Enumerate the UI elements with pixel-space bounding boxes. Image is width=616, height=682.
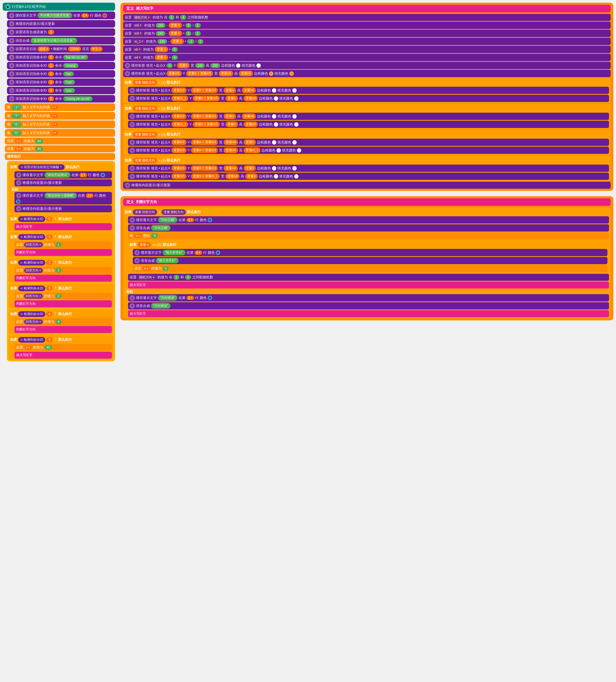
ed1-row[interactable]: 2 bbox=[86, 194, 94, 198]
set-answer-3: 设置 回答方向 的值为 3 bbox=[15, 293, 112, 299]
n-5-var[interactable]: n bbox=[142, 266, 150, 271]
then-display-1: ⊙ 缓存显示文字 "请说开始测试" 在第 2 行 颜色 bbox=[15, 171, 112, 179]
var-m3[interactable]: m3 bbox=[133, 31, 143, 36]
var-n4[interactable]: n4 bbox=[133, 55, 142, 60]
answer-val-2: 2 bbox=[55, 268, 62, 273]
answer-var: 变量 回答方向 bbox=[133, 209, 157, 215]
icon-d3r2: ⊙ bbox=[130, 174, 135, 179]
cr-outer-fill bbox=[289, 71, 294, 76]
set-answer-1: 设置 回答方向 的值为 1 bbox=[15, 241, 112, 248]
block-cmd-1: ⊙ 添加语音识别命令ID 1 命令 "shang" bbox=[7, 62, 115, 69]
random-var: 变量 随机方向 bbox=[161, 209, 186, 215]
cr-outer-y: 变量h + 变量m5 bbox=[186, 71, 213, 76]
m5-var-n: 变量 n bbox=[169, 22, 182, 28]
rand-from: 1 bbox=[169, 15, 175, 20]
color-wrong bbox=[208, 296, 212, 300]
row-1[interactable]: 1 bbox=[82, 14, 89, 18]
block-cmd-3: ⊙ 添加语音识别命令ID 3 命令 "zuo" bbox=[7, 78, 115, 86]
if-n-lte5: 如果 变量 n <= (5) 那么执行 ⊙ 缓存显示文字 "视力非常好" 在第 bbox=[128, 240, 609, 273]
ed1-text: "请说你好小霞唤醒" bbox=[44, 193, 77, 198]
rand-from-2: 1 bbox=[174, 275, 180, 280]
program-start-block: ▶ 行空板K10主程序开始 bbox=[3, 3, 115, 11]
lang[interactable]: 中文 bbox=[90, 47, 102, 52]
icon-very-good: ⊙ bbox=[134, 250, 140, 255]
if-cmd1-block: 如果 ⊙ 检测到命令ID 1 ？ 那么执行 设置 回答方向 的值为 1 判断E字… bbox=[8, 232, 114, 257]
block-cmd-4: ⊙ 添加语音识别命令ID 4 命令 "you" bbox=[7, 87, 115, 94]
cr-outer-h: 变量n5 bbox=[239, 71, 253, 76]
if-cmd5-block: 如果 ⊙ 检测到命令ID 5 ？ 那么执行 设置 n 的值为 40 画大写E字 bbox=[8, 335, 114, 360]
n-cond: 变量 n bbox=[138, 242, 151, 248]
if-dir3-header: 如果 变量 随机方向 = (3) 那么执行 bbox=[125, 157, 609, 164]
list-val-down: "下" bbox=[12, 113, 21, 119]
rand-to-2: 4 bbox=[185, 275, 191, 280]
answer-val-1: 1 bbox=[55, 242, 62, 247]
dir4-cond: 变量 随机方向 bbox=[133, 132, 157, 137]
icon-cmd-1: ⊙ bbox=[9, 63, 15, 68]
if-cmd2-block: 如果 ⊙ 检测到命令ID 2 ？ 那么执行 设置 回答方向 的值为 2 判断E字… bbox=[8, 258, 114, 283]
n-increase: 将 n 增加 -5 bbox=[128, 232, 609, 239]
icon-synth-1: ⊙ bbox=[9, 38, 15, 43]
set-m5: 设置 m5 的值为 240 - 变量 n • 5 / 2 bbox=[123, 22, 611, 29]
var-random-again[interactable]: 随机方向 bbox=[138, 275, 156, 280]
block-set-h: 设置 h 的值为 80 bbox=[5, 138, 115, 144]
correct-row[interactable]: 3 bbox=[187, 218, 195, 222]
very-good-row[interactable]: 3 bbox=[195, 251, 202, 255]
left-panel: ▶ 行空板K10主程序开始 ⊙ 缓存显示文字 "K10视力仪版语音版" 在第 1… bbox=[3, 3, 115, 361]
td1-row[interactable]: 2 bbox=[79, 173, 87, 177]
var-n-reset[interactable]: n bbox=[24, 345, 32, 349]
var-answer-3[interactable]: 回答方向 bbox=[24, 294, 43, 299]
set-n4: 设置 n4 的值为 变量 n • 4 bbox=[123, 54, 611, 61]
synth-very-good: ⊙ 语音合成 "视力非常好" bbox=[133, 257, 608, 264]
var-answer-1[interactable]: 回答方向 bbox=[24, 242, 43, 247]
list-mode-up[interactable]: • bbox=[51, 105, 58, 110]
cmd-id-0: 0 bbox=[48, 55, 54, 60]
var-m1[interactable]: m_1 bbox=[133, 39, 145, 44]
var-n[interactable]: n bbox=[15, 147, 23, 151]
synth-text-1: "欢迎使用"K10视力仪语音版"" bbox=[30, 38, 77, 43]
if-dir1-block: 如果 变量 随机方向 = (1) 那么执行 ⊙ 缓存矩形 填充 • 起点X 变量… bbox=[123, 78, 611, 103]
icon-cmd-4: ⊙ bbox=[9, 88, 15, 93]
n-reset-val: 40 bbox=[44, 345, 52, 350]
cmd-id-4: 4 bbox=[48, 88, 54, 93]
var-n5[interactable]: n5 bbox=[133, 47, 142, 52]
list-mode-left[interactable]: • bbox=[51, 122, 58, 127]
var-answer-2[interactable]: 回答方向 bbox=[24, 268, 43, 273]
icon-d2r1: ⊙ bbox=[130, 114, 135, 119]
dir3-cond: 变量 随机方向 bbox=[133, 158, 157, 163]
if-answer-then: ⊙ 缓存显示文字 "方向正确" 在第 3 行 颜色 ⊙ 语音合成 "方向正确" bbox=[128, 216, 609, 289]
block-list-right: 将 "右" 加入 E字方向列表 • bbox=[5, 129, 115, 137]
display-correct: ⊙ 缓存显示文字 "方向正确" 在第 3 行 颜色 bbox=[128, 216, 609, 224]
list-mode-right[interactable]: • bbox=[51, 131, 58, 135]
icon-cr-outer: ⊙ bbox=[125, 71, 130, 76]
cr-outer-border bbox=[269, 71, 273, 76]
speech-state-check: ⊙ 语音识别当前状态为唤醒？ bbox=[18, 164, 65, 170]
icon-correct: ⊙ bbox=[130, 217, 135, 223]
icon-wrong: ⊙ bbox=[130, 295, 135, 301]
list-mode-down[interactable]: • bbox=[51, 114, 58, 118]
define-draw-e-section: 定义 画大写E字 设置 随机方向 的值为 在 1 和 4 之间取随机数 设置 m… bbox=[120, 3, 613, 191]
if-cmd4-header: 如果 ⊙ 检测到命令ID 4 ？ 那么执行 bbox=[10, 311, 112, 317]
n-inc-val: -5 bbox=[151, 233, 158, 238]
judge-dir-label: 判断E字方向 bbox=[136, 200, 157, 204]
m5-div: 2 bbox=[195, 23, 201, 28]
wrong-row[interactable]: 3 bbox=[187, 296, 195, 300]
if-dir1-header: 如果 变量 随机方向 = (1) 那么执行 bbox=[125, 79, 609, 86]
set-n-40: 设置 n 的值为 40 bbox=[15, 344, 112, 351]
n4-var: 变量 n bbox=[155, 54, 168, 60]
block-speech-recog: ⊙ 设置语音识别 连续 • 唤醒时间 12000 语言 中文 bbox=[7, 45, 115, 53]
var-h[interactable]: h bbox=[15, 139, 23, 143]
var-random-dir[interactable]: 随机方向 bbox=[133, 15, 152, 20]
icon-tu1: ⊙ bbox=[16, 180, 21, 185]
recog-mode[interactable]: 连续 bbox=[38, 47, 50, 52]
var-m5[interactable]: m5 bbox=[133, 23, 143, 27]
cr-bg-y: 变量h bbox=[177, 63, 189, 68]
var-answer-4[interactable]: 回答方向 bbox=[24, 319, 43, 324]
if-cmd4-body: 设置 回答方向 的值为 4 判断E字方向 bbox=[15, 318, 112, 333]
if-dir3-block: 如果 变量 随机方向 = (3) 那么执行 ⊙ 缓存矩形 填充 • 起点X 变量… bbox=[123, 156, 611, 181]
cr-bg-border bbox=[236, 64, 241, 68]
m1-mult: -1 bbox=[187, 39, 195, 44]
answer-val-4: 4 bbox=[55, 319, 62, 324]
n-inc-var[interactable]: n bbox=[134, 234, 142, 238]
draw-e-0: 画大写E字 bbox=[15, 223, 112, 230]
block-list-left: 将 "左" 加入 E字方向列表 • bbox=[5, 120, 115, 128]
